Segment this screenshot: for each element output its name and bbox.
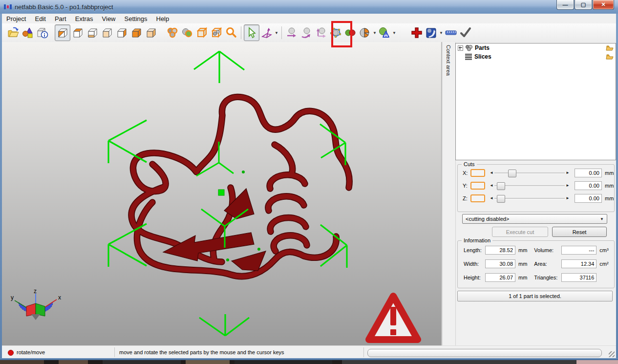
height-unit: mm: [518, 275, 527, 280]
part-model[interactable]: [131, 97, 349, 277]
triangles-label: Triangles:: [534, 275, 561, 280]
width-field: 30.08: [485, 259, 515, 268]
cut-y-label: Y:: [463, 183, 470, 189]
viewport-3d[interactable]: z y x: [2, 42, 441, 345]
menu-settings[interactable]: Settings: [120, 14, 152, 23]
screen: netfabb Basic 5.0 - po1.fabbproject — ▢ …: [0, 0, 618, 364]
rotate-view-dropdown-icon[interactable]: ▼: [274, 31, 279, 35]
slider-right-arrow[interactable]: ►: [566, 183, 570, 188]
axes-indicator: z y x: [11, 288, 61, 320]
cut-y-slider[interactable]: ◄ ►: [489, 182, 571, 190]
parts-folder-icon[interactable]: [606, 45, 614, 51]
cut-z-slider[interactable]: ◄ ►: [489, 194, 571, 202]
chevron-down-icon: ▼: [600, 217, 604, 221]
cut-y-toggle-button[interactable]: [470, 182, 485, 190]
selection-status-bar: 1 of 1 part is selected.: [457, 291, 613, 301]
repair-icon[interactable]: [409, 25, 424, 41]
slices-folder-icon[interactable]: [606, 54, 614, 60]
cutting-mode-dropdown[interactable]: <cutting disabled> ▼: [462, 214, 607, 224]
cut-x-toggle-button[interactable]: [470, 169, 485, 177]
slider-right-arrow[interactable]: ►: [566, 196, 570, 201]
measure-icon[interactable]: [444, 25, 458, 41]
volume-label: Volume:: [534, 247, 561, 253]
cut-z-slider-thumb[interactable]: [497, 195, 505, 203]
slider-left-arrow[interactable]: ◄: [490, 183, 493, 188]
menu-view[interactable]: View: [98, 14, 120, 23]
cut-row-x: X: ◄ ► 0.00 mm: [463, 169, 618, 177]
slider-right-arrow[interactable]: ►: [566, 171, 570, 175]
add-part-icon[interactable]: [21, 25, 35, 41]
execute-cut-button[interactable]: Execute cut: [492, 227, 548, 237]
shells-dropdown-icon[interactable]: ▼: [372, 31, 377, 35]
highlight-rectangle: [331, 21, 352, 47]
part-center-handle: [218, 190, 224, 195]
cuts-group: Cuts X: ◄ ► 0.00 mm Y: ◄ ►: [457, 164, 615, 212]
rotate-view-icon[interactable]: [259, 25, 274, 41]
background-desktop-sliver: [0, 360, 618, 364]
area-label: Area:: [534, 261, 561, 267]
cut-x-value-field[interactable]: 0.00: [575, 169, 602, 177]
cut-z-value-field[interactable]: 0.00: [575, 194, 602, 203]
zoom-all-icon[interactable]: [165, 25, 180, 41]
menu-help[interactable]: Help: [152, 14, 174, 23]
zoom-parts-icon[interactable]: [209, 25, 224, 41]
view-cube-6-icon[interactable]: [129, 25, 144, 41]
cut-x-label: X:: [463, 170, 470, 176]
statusbar-mode: rotate/move: [17, 349, 45, 355]
translate-part-icon[interactable]: [314, 25, 328, 41]
select-cursor-icon[interactable]: [244, 24, 259, 41]
apply-check-icon[interactable]: [458, 25, 473, 41]
magnifier-icon[interactable]: [224, 25, 238, 41]
cut-y-slider-thumb[interactable]: [497, 182, 505, 190]
axis-y-label: y: [11, 294, 14, 301]
view-cube-7-icon[interactable]: [144, 25, 158, 41]
cut-z-unit: mm: [605, 195, 614, 201]
resize-grip-icon[interactable]: [609, 351, 615, 357]
statusbar: rotate/move move and rotate the selected…: [2, 345, 616, 359]
shells-icon[interactable]: [358, 25, 372, 41]
viewport-scene: z y x: [2, 42, 441, 345]
cut-x-slider-thumb[interactable]: [508, 170, 516, 177]
part-info-icon[interactable]: [35, 25, 50, 41]
zoom-selected-icon[interactable]: [180, 25, 194, 41]
menu-edit[interactable]: Edit: [30, 14, 50, 23]
zoom-box-icon[interactable]: [194, 25, 209, 41]
rotate-part-icon[interactable]: [299, 25, 314, 41]
slider-left-arrow[interactable]: ◄: [490, 196, 493, 201]
view-cube-3-icon[interactable]: [85, 25, 100, 41]
view-cube-4-icon[interactable]: [100, 25, 114, 41]
menu-part[interactable]: Part: [50, 14, 71, 23]
move-part-icon[interactable]: [284, 25, 299, 41]
analysis-warning-icon[interactable]: [377, 25, 392, 41]
app-icon: [4, 3, 12, 10]
cut-y-value-field[interactable]: 0.00: [575, 181, 602, 190]
slice-view-icon[interactable]: [424, 25, 439, 41]
context-area-strip: Context area: [443, 42, 456, 345]
open-project-icon[interactable]: [6, 25, 21, 41]
context-panel: Context area Parts Slices Cuts X:: [443, 42, 616, 345]
view-cube-5-icon[interactable]: [114, 25, 129, 41]
menu-extras[interactable]: Extras: [71, 14, 98, 23]
cut-x-slider[interactable]: ◄ ►: [489, 169, 571, 177]
slice-dropdown-icon[interactable]: ▼: [439, 31, 444, 35]
length-field: 28.52: [485, 246, 515, 255]
tree-item-parts[interactable]: Parts: [456, 43, 616, 52]
slider-left-arrow[interactable]: ◄: [490, 171, 493, 175]
maximize-button[interactable]: ▢: [575, 0, 592, 10]
selection-status-text: 1 of 1 part is selected.: [509, 293, 561, 299]
tree-item-slices[interactable]: Slices: [456, 52, 616, 61]
length-unit: mm: [518, 247, 527, 253]
information-title: Information: [462, 237, 492, 243]
titlebar[interactable]: netfabb Basic 5.0 - po1.fabbproject — ▢ …: [0, 0, 618, 14]
slices-icon: [465, 53, 472, 60]
reset-button[interactable]: Reset: [552, 227, 607, 237]
parts-tree[interactable]: Parts Slices: [455, 43, 616, 160]
minimize-button[interactable]: —: [556, 0, 574, 10]
view-cube-2-icon[interactable]: [70, 25, 85, 41]
analysis-dropdown-icon[interactable]: ▼: [392, 31, 397, 35]
view-cube-1-icon[interactable]: [55, 24, 70, 41]
close-button[interactable]: ✕: [593, 0, 614, 10]
cut-z-toggle-button[interactable]: [470, 194, 485, 202]
expand-icon[interactable]: [458, 45, 463, 51]
menu-project[interactable]: Project: [2, 14, 30, 23]
